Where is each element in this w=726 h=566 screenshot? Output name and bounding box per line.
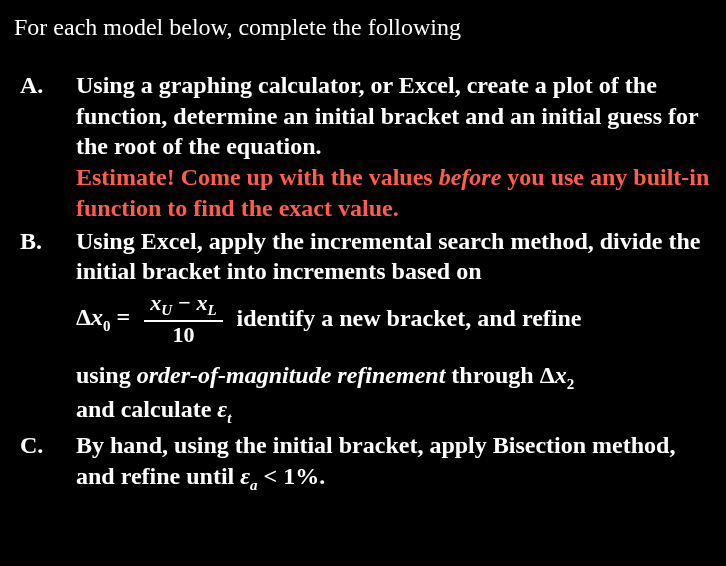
- formula-fraction: xU − xL 10: [144, 291, 222, 346]
- eps-b-sub: t: [227, 410, 231, 426]
- list-marker-a: A.: [14, 70, 76, 101]
- item-b-line2-emph: order-of-magnitude refinement: [137, 362, 446, 388]
- document-page: For each model below, complete the follo…: [0, 0, 726, 566]
- formula-denominator: 10: [172, 322, 194, 346]
- list-item-b: B. Using Excel, apply the incremental se…: [14, 226, 712, 429]
- dx2-x: x: [555, 362, 567, 388]
- item-b-line3-pre: and calculate: [76, 396, 217, 422]
- num-x2: x: [196, 290, 207, 315]
- dx2-sub: 2: [567, 376, 575, 392]
- num-sub1: U: [161, 302, 172, 318]
- eps-c-sub: a: [250, 477, 258, 493]
- eps-b: ε: [217, 396, 227, 422]
- num-x1: x: [150, 290, 161, 315]
- item-c-text-pre: By hand, using the initial bracket, appl…: [76, 432, 675, 489]
- formula-x: x: [91, 304, 103, 330]
- formula-numerator: xU − xL: [144, 291, 222, 322]
- list-body-c: By hand, using the initial bracket, appl…: [76, 430, 712, 495]
- num-sub2: L: [207, 302, 216, 318]
- list-marker-c: C.: [14, 430, 76, 461]
- item-a-warning: Estimate! Come up with the values before…: [76, 164, 709, 221]
- formula-lhs: Δx0 =: [76, 302, 130, 336]
- formula-delta: Δ: [76, 304, 91, 330]
- task-list: A. Using a graphing calculator, or Excel…: [14, 70, 712, 495]
- spacer: [76, 350, 712, 360]
- intro-text: For each model below, complete the follo…: [14, 12, 712, 42]
- num-minus: −: [172, 290, 196, 315]
- formula-eq: =: [111, 304, 131, 330]
- list-item-c: C. By hand, using the initial bracket, a…: [14, 430, 712, 495]
- item-a-text: Using a graphing calculator, or Excel, c…: [76, 72, 698, 159]
- list-body-b: Using Excel, apply the incremental searc…: [76, 226, 712, 429]
- item-b-line2-pre: using: [76, 362, 137, 388]
- formula-sub0: 0: [103, 317, 111, 333]
- item-c-text-post: < 1%.: [258, 463, 326, 489]
- eps-c: ε: [240, 463, 250, 489]
- list-body-a: Using a graphing calculator, or Excel, c…: [76, 70, 712, 224]
- item-b-line2-mid: through: [445, 362, 539, 388]
- list-marker-b: B.: [14, 226, 76, 257]
- item-b-formula-row: Δx0 = xU − xL 10 identify a new bracket,…: [76, 291, 712, 346]
- list-item-a: A. Using a graphing calculator, or Excel…: [14, 70, 712, 224]
- item-b-after-formula: identify a new bracket, and refine: [237, 303, 582, 334]
- item-a-warn-prefix: Estimate! Come up with the values: [76, 164, 439, 190]
- item-b-text1: Using Excel, apply the incremental searc…: [76, 228, 700, 285]
- dx2-delta: Δ: [540, 362, 555, 388]
- item-a-warn-emph: before: [439, 164, 502, 190]
